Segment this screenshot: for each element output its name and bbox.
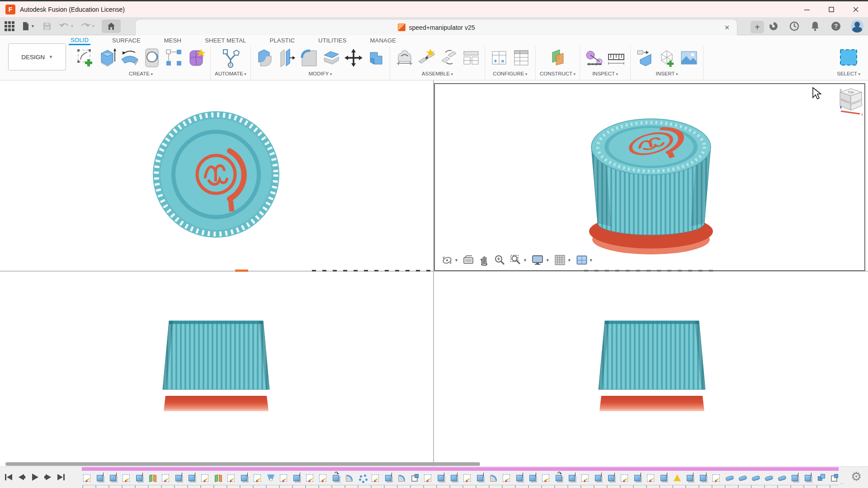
- revolve-icon[interactable]: [120, 47, 140, 69]
- timeline-feature-sketch[interactable]: [462, 472, 473, 485]
- timeline-feature-extrude[interactable]: [633, 472, 644, 485]
- timeline-feature-boxframe[interactable]: [410, 472, 421, 485]
- combine-icon[interactable]: [366, 47, 386, 69]
- timeline-feature-extrude[interactable]: [108, 472, 119, 485]
- timeline-feature-extrude[interactable]: [607, 472, 618, 485]
- timeline-feature-extrude[interactable]: [240, 472, 250, 485]
- app-grid-icon[interactable]: [4, 19, 15, 33]
- tab-mesh[interactable]: MESH: [162, 36, 183, 45]
- timeline-feature-extrude[interactable]: [698, 472, 709, 485]
- new-tab-button[interactable]: +: [750, 21, 764, 33]
- tab-utilities[interactable]: UTILITIES: [316, 36, 348, 45]
- fillet-icon[interactable]: [299, 47, 319, 69]
- rigid-group-icon[interactable]: [461, 47, 481, 69]
- group-assemble-label[interactable]: ASSEMBLE: [422, 71, 453, 76]
- timeline-feature-move[interactable]: ↷: [331, 472, 342, 485]
- timeline-feature-extrude[interactable]: [528, 472, 539, 485]
- shell-icon[interactable]: [321, 47, 341, 69]
- display-settings-icon[interactable]: ▼: [530, 253, 551, 267]
- go-to-end-button[interactable]: [55, 471, 67, 483]
- document-tab[interactable]: speed+manipulator v25 ✕: [136, 19, 737, 35]
- configuration-table-icon[interactable]: [511, 47, 531, 69]
- timeline-feature-funnel[interactable]: [266, 472, 277, 485]
- look-at-icon[interactable]: [462, 253, 475, 267]
- timeline-feature-fillet[interactable]: [344, 472, 355, 485]
- joint-icon[interactable]: [416, 47, 436, 69]
- maximize-button[interactable]: [819, 1, 844, 17]
- timeline-feature-extrude[interactable]: [803, 472, 814, 485]
- hole-icon[interactable]: [142, 47, 162, 69]
- timeline-feature-extrude[interactable]: [790, 472, 801, 485]
- timeline-feature-extrude[interactable]: [292, 472, 303, 485]
- timeline-feature-sketch[interactable]: [279, 472, 290, 485]
- timeline-feature-extrude[interactable]: [384, 472, 395, 485]
- group-construct-label[interactable]: CONSTRUCT: [540, 71, 576, 76]
- timeline-feature-extrude[interactable]: [567, 472, 578, 485]
- job-status-clock-icon[interactable]: [788, 19, 800, 33]
- cap-top-view[interactable]: [153, 111, 279, 238]
- tab-plastic[interactable]: PLASTIC: [268, 36, 297, 45]
- notifications-bell-icon[interactable]: [809, 19, 821, 33]
- cap-front-view[interactable]: [163, 321, 269, 411]
- canvas-icon[interactable]: [679, 47, 699, 69]
- select-icon[interactable]: [839, 47, 859, 69]
- help-icon[interactable]: ?: [830, 19, 842, 33]
- timeline-feature-sketch[interactable]: [82, 472, 93, 485]
- timeline-feature-pill[interactable]: [725, 472, 736, 485]
- timeline-feature-pill[interactable]: [751, 472, 762, 485]
- group-configure-label[interactable]: CONFIGURE: [493, 71, 527, 76]
- timeline-group-bar[interactable]: [82, 467, 839, 471]
- configure-icon[interactable]: [489, 47, 509, 69]
- step-forward-button[interactable]: [42, 471, 54, 483]
- timeline-feature-mirror[interactable]: [148, 472, 159, 485]
- timeline-feature-sketch[interactable]: [646, 472, 657, 485]
- play-button[interactable]: [29, 471, 41, 483]
- timeline-feature-boxframe[interactable]: [830, 472, 840, 485]
- timeline-feature-extrude[interactable]: [135, 472, 146, 485]
- pan-icon[interactable]: [477, 253, 491, 267]
- timeline-feature-pattern[interactable]: [358, 472, 368, 485]
- new-component-icon[interactable]: [394, 47, 414, 69]
- step-back-button[interactable]: [16, 471, 28, 483]
- extensions-icon[interactable]: [768, 19, 779, 33]
- timeline-feature-extrude[interactable]: [659, 472, 670, 485]
- construct-plane-icon[interactable]: [547, 47, 567, 69]
- timeline-feature-sketch[interactable]: [318, 472, 329, 485]
- timeline-feature-extrude[interactable]: [174, 472, 185, 485]
- timeline-feature-sketch[interactable]: [371, 472, 382, 485]
- offset-face-icon[interactable]: [277, 47, 297, 69]
- grid-and-snaps-icon[interactable]: ▼: [553, 253, 573, 267]
- timeline-feature-extrude[interactable]: [449, 472, 460, 485]
- timeline-feature-sketch[interactable]: [502, 472, 513, 485]
- timeline-feature-sketch[interactable]: [580, 472, 591, 485]
- section-analysis-icon[interactable]: [606, 47, 626, 69]
- rectangular-pattern-icon[interactable]: [164, 47, 184, 69]
- timeline-feature-fillet[interactable]: [489, 472, 500, 485]
- timeline-feature-sketch[interactable]: [253, 472, 264, 485]
- timeline-feature-extrude[interactable]: [685, 472, 696, 485]
- tab-manage[interactable]: MANAGE: [368, 36, 398, 45]
- timeline-feature-sketch[interactable]: [423, 472, 434, 485]
- timeline-feature-sketch[interactable]: [620, 472, 631, 485]
- workspace-selector-button[interactable]: DESIGN ▼: [8, 43, 66, 70]
- canvas-horizontal-scrollbar[interactable]: [5, 462, 480, 466]
- fit-icon[interactable]: ▼: [509, 253, 528, 267]
- save-button[interactable]: [41, 19, 53, 33]
- group-automate-label[interactable]: AUTOMATE: [215, 71, 246, 76]
- create-form-icon[interactable]: [186, 47, 206, 69]
- group-select-label[interactable]: SELECT: [837, 71, 860, 76]
- as-built-joint-icon[interactable]: [439, 47, 458, 69]
- timeline-feature-mirror[interactable]: [213, 472, 224, 485]
- timeline-feature-pill[interactable]: [738, 472, 749, 485]
- timeline-feature-move[interactable]: ↷: [554, 472, 565, 485]
- timeline-feature-extrude[interactable]: [436, 472, 447, 485]
- timeline-feature-sketch[interactable]: [712, 472, 722, 485]
- extrude-icon[interactable]: [98, 47, 118, 69]
- home-button[interactable]: [102, 19, 121, 33]
- orbit-icon[interactable]: ▼: [440, 253, 460, 267]
- create-sketch-icon[interactable]: [75, 47, 95, 69]
- timeline-settings-gear-icon[interactable]: ⚙: [851, 469, 862, 484]
- tab-sheet-metal[interactable]: SHEET METAL: [203, 36, 248, 45]
- press-pull-icon[interactable]: [255, 47, 275, 69]
- zoom-icon[interactable]: [492, 253, 507, 267]
